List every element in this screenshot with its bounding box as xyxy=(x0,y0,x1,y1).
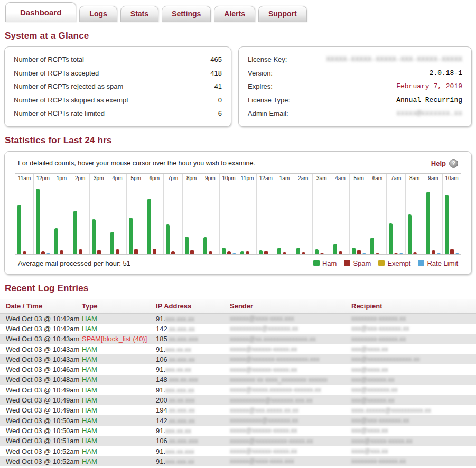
spam-bar[interactable] xyxy=(79,249,82,254)
chart-hour-column-3am[interactable]: 3am xyxy=(313,174,331,254)
spam-bar[interactable] xyxy=(190,250,194,254)
tab-settings[interactable]: Settings xyxy=(162,6,211,22)
spam-bar[interactable] xyxy=(394,253,398,254)
hour-bars-group[interactable] xyxy=(406,182,424,254)
ham-bar[interactable] xyxy=(129,218,133,254)
chart-hour-column-10am[interactable]: 10am xyxy=(443,174,461,254)
spam-bar[interactable] xyxy=(376,253,379,254)
spam-bar[interactable] xyxy=(450,249,454,254)
chart-hour-column-4am[interactable]: 4am xyxy=(331,174,350,254)
ham-bar[interactable] xyxy=(277,248,281,254)
chart-hour-column-4pm[interactable]: 4pm xyxy=(108,174,127,254)
hour-bars-group[interactable] xyxy=(164,182,182,254)
hour-bars-group[interactable] xyxy=(443,182,461,254)
chart-hour-column-5pm[interactable]: 5pm xyxy=(127,174,145,254)
chart-hour-column-5am[interactable]: 5am xyxy=(350,174,368,254)
hour-bars-group[interactable] xyxy=(387,182,405,254)
chart-hour-column-3pm[interactable]: 3pm xyxy=(90,174,108,254)
hour-bars-group[interactable] xyxy=(127,182,145,254)
hour-bars-group[interactable] xyxy=(313,182,331,254)
chart-hour-column-7am[interactable]: 7am xyxy=(387,174,405,254)
spam-bar[interactable] xyxy=(264,251,268,254)
tab-dashboard[interactable]: Dashboard xyxy=(5,2,76,22)
hour-bars-group[interactable] xyxy=(183,182,201,254)
rate-limit-bar[interactable] xyxy=(455,253,459,254)
hour-bars-group[interactable] xyxy=(368,182,386,254)
hour-bars-group[interactable] xyxy=(52,182,70,254)
rate-limit-bar[interactable] xyxy=(399,253,403,254)
ham-bar[interactable] xyxy=(426,192,430,254)
spam-bar[interactable] xyxy=(246,251,249,254)
chart-hour-column-8am[interactable]: 8am xyxy=(406,174,424,254)
chart-hour-column-9am[interactable]: 9am xyxy=(424,174,443,254)
question-mark-icon[interactable]: ? xyxy=(449,159,458,168)
ham-bar[interactable] xyxy=(333,244,337,254)
chart-hour-column-1pm[interactable]: 1pm xyxy=(52,174,71,254)
hour-bars-group[interactable] xyxy=(201,182,219,254)
spam-bar[interactable] xyxy=(302,252,305,254)
chart-hour-column-2pm[interactable]: 2pm xyxy=(71,174,90,254)
ham-bar[interactable] xyxy=(296,248,300,254)
chart-hour-column-8pm[interactable]: 8pm xyxy=(183,174,201,254)
tab-stats[interactable]: Stats xyxy=(120,6,158,22)
hour-bars-group[interactable] xyxy=(238,182,256,254)
spam-bar[interactable] xyxy=(23,251,26,254)
spam-bar[interactable] xyxy=(153,249,156,254)
ham-bar[interactable] xyxy=(185,237,189,254)
chart-hour-column-6pm[interactable]: 6pm xyxy=(145,174,164,254)
hour-bars-group[interactable] xyxy=(90,182,108,254)
ham-bar[interactable] xyxy=(110,232,114,254)
hour-bars-group[interactable] xyxy=(15,182,33,254)
spam-bar[interactable] xyxy=(283,252,286,254)
hour-bars-group[interactable] xyxy=(145,182,163,254)
rate-limit-bar[interactable] xyxy=(437,253,441,254)
ham-bar[interactable] xyxy=(408,214,412,254)
hour-bars-group[interactable] xyxy=(275,182,293,254)
chart-hour-column-10pm[interactable]: 10pm xyxy=(220,174,238,254)
spam-bar[interactable] xyxy=(41,251,45,254)
spam-bar[interactable] xyxy=(413,252,417,254)
hour-bars-group[interactable] xyxy=(108,182,126,254)
tab-logs[interactable]: Logs xyxy=(79,6,117,22)
chart-hour-column-11am[interactable]: 11am xyxy=(15,174,34,254)
ham-bar[interactable] xyxy=(17,205,21,254)
ham-bar[interactable] xyxy=(240,251,244,254)
ham-bar[interactable] xyxy=(370,238,374,254)
spam-bar[interactable] xyxy=(320,253,324,254)
chart-hour-column-1am[interactable]: 1am xyxy=(275,174,294,254)
ham-bar[interactable] xyxy=(259,250,263,254)
hour-bars-group[interactable] xyxy=(34,182,52,254)
help-label[interactable]: Help xyxy=(431,160,446,167)
ham-bar[interactable] xyxy=(92,219,96,254)
hour-bars-group[interactable] xyxy=(350,182,368,254)
spam-bar[interactable] xyxy=(432,250,435,254)
hour-bars-group[interactable] xyxy=(424,182,442,254)
hour-bars-group[interactable] xyxy=(257,182,275,254)
ham-bar[interactable] xyxy=(54,228,58,254)
chart-hour-column-7pm[interactable]: 7pm xyxy=(164,174,182,254)
rate-limit-bar[interactable] xyxy=(362,253,366,254)
spam-bar[interactable] xyxy=(171,251,175,254)
chart-hour-column-11pm[interactable]: 11pm xyxy=(238,174,257,254)
ham-bar[interactable] xyxy=(73,211,77,254)
chart-hour-column-9pm[interactable]: 9pm xyxy=(201,174,220,254)
spam-bar[interactable] xyxy=(339,251,342,254)
rate-limit-bar[interactable] xyxy=(232,253,236,254)
tab-alerts[interactable]: Alerts xyxy=(214,6,255,22)
hour-bars-group[interactable] xyxy=(220,182,238,254)
hour-bars-group[interactable] xyxy=(294,182,312,254)
spam-bar[interactable] xyxy=(134,249,138,254)
ham-bar[interactable] xyxy=(389,223,393,254)
chart-hour-column-2am[interactable]: 2am xyxy=(294,174,313,254)
ham-bar[interactable] xyxy=(166,224,170,254)
tab-support[interactable]: Support xyxy=(258,6,307,22)
ham-bar[interactable] xyxy=(36,189,40,254)
ham-bar[interactable] xyxy=(147,199,151,254)
spam-bar[interactable] xyxy=(209,251,212,254)
spam-bar[interactable] xyxy=(227,251,231,254)
rate-limit-bar[interactable] xyxy=(46,253,50,254)
ham-bar[interactable] xyxy=(445,195,449,254)
chart-hour-column-12pm[interactable]: 12pm xyxy=(34,174,52,254)
help-button[interactable]: Help ? xyxy=(431,159,458,168)
spam-bar[interactable] xyxy=(357,250,361,254)
